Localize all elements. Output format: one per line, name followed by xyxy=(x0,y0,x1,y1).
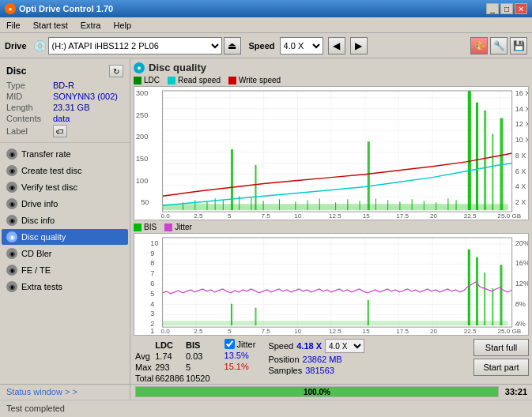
svg-text:200: 200 xyxy=(136,133,148,141)
speed-right-button[interactable]: ▶ xyxy=(350,37,368,54)
svg-text:1: 1 xyxy=(150,327,154,335)
svg-text:2.5: 2.5 xyxy=(194,328,203,335)
bis-legend-box xyxy=(134,224,141,231)
svg-rect-77 xyxy=(447,198,448,210)
sidebar-label-fe-te: FE / TE xyxy=(21,265,51,275)
speed-left-button[interactable]: ◀ xyxy=(328,37,345,54)
svg-rect-64 xyxy=(279,199,280,210)
menu-bar: File Start test Extra Help xyxy=(0,17,532,33)
sidebar-item-extra-tests[interactable]: ◉ Extra tests xyxy=(2,279,128,295)
disc-label-button[interactable]: 🏷 xyxy=(53,125,67,137)
svg-text:12%: 12% xyxy=(515,280,528,287)
svg-text:7.5: 7.5 xyxy=(262,328,271,335)
jitter-label: Jitter xyxy=(237,340,256,349)
color-button[interactable]: 🎨 xyxy=(470,37,488,54)
stats-max-label: Max xyxy=(135,363,153,372)
status-window-button[interactable]: Status window > > xyxy=(0,385,130,400)
disc-contents-value: data xyxy=(53,114,70,123)
svg-text:100: 100 xyxy=(136,177,148,185)
sidebar-item-fe-te[interactable]: ◉ FE / TE xyxy=(2,262,128,278)
svg-text:50: 50 xyxy=(141,198,149,206)
menu-file[interactable]: File xyxy=(3,20,24,31)
svg-text:10 X: 10 X xyxy=(515,136,528,144)
window-controls: _ □ ✕ xyxy=(486,3,527,14)
svg-rect-68 xyxy=(335,202,336,210)
svg-rect-72 xyxy=(387,200,388,210)
position-val: 23862 MB xyxy=(303,355,342,364)
test-button[interactable]: 🔧 xyxy=(490,37,507,54)
speed-select[interactable]: 4.0 X xyxy=(280,37,323,54)
speed-val: 4.18 X xyxy=(296,341,322,351)
svg-rect-49 xyxy=(255,165,256,210)
svg-text:12 X: 12 X xyxy=(515,121,528,129)
sidebar-label-drive-info: Drive info xyxy=(21,199,58,208)
start-part-button[interactable]: Start part xyxy=(474,359,529,376)
sidebar-item-transfer-rate[interactable]: ◉ Transfer rate xyxy=(2,146,128,162)
eject-button[interactable]: ⏏ xyxy=(224,37,241,54)
sidebar-item-verify-test-disc[interactable]: ◉ Verify test disc xyxy=(2,179,128,195)
bottom-chart-legend: BIS Jitter xyxy=(134,223,529,231)
save-button[interactable]: 💾 xyxy=(510,37,527,54)
sidebar-item-drive-info[interactable]: ◉ Drive info xyxy=(2,196,128,212)
speed-dropdown[interactable]: 4.0 X xyxy=(325,339,364,353)
jitter-checkbox[interactable] xyxy=(224,339,235,349)
menu-help[interactable]: Help xyxy=(110,20,134,31)
svg-text:0.0: 0.0 xyxy=(161,328,171,335)
minimize-button[interactable]: _ xyxy=(486,3,499,14)
svg-text:8 X: 8 X xyxy=(515,152,526,160)
stats-avg-label: Avg xyxy=(135,351,153,361)
menu-start-test[interactable]: Start test xyxy=(30,20,71,31)
jitter-max-val: 15.1% xyxy=(224,362,249,371)
svg-text:4 X: 4 X xyxy=(515,183,526,191)
toolbar: Drive 💿 (H:) ATAPI iHBS112 2 PL06 ⏏ Spee… xyxy=(0,33,532,58)
svg-text:6: 6 xyxy=(150,280,154,287)
drive-label: Drive xyxy=(5,41,27,51)
sidebar-item-disc-quality[interactable]: ◉ Disc quality xyxy=(2,229,128,245)
create-test-disc-icon: ◉ xyxy=(6,165,17,176)
svg-rect-115 xyxy=(163,321,508,325)
svg-text:5: 5 xyxy=(228,328,232,335)
svg-text:16 X: 16 X xyxy=(515,89,528,97)
extra-tests-icon: ◉ xyxy=(6,281,17,292)
svg-text:22.5: 22.5 xyxy=(464,212,477,220)
svg-rect-54 xyxy=(492,133,493,210)
jitter-checkbox-row[interactable]: Jitter xyxy=(224,339,256,349)
completed-bar: Test completed xyxy=(0,400,532,417)
svg-rect-52 xyxy=(476,103,478,210)
close-button[interactable]: ✕ xyxy=(515,3,527,14)
sidebar-label-cd-bler: CD Bler xyxy=(21,249,52,258)
progress-text: 100.0% xyxy=(136,387,498,396)
svg-rect-69 xyxy=(347,199,348,210)
main-content: ● Disc quality LDC Read speed Write spee… xyxy=(130,58,532,384)
sidebar-item-create-test-disc[interactable]: ◉ Create test disc xyxy=(2,163,128,178)
svg-text:10: 10 xyxy=(294,212,302,220)
speed-static-label: Speed xyxy=(268,341,293,351)
sidebar-item-disc-info[interactable]: ◉ Disc info xyxy=(2,212,128,228)
bottom-chart-svg: 10 9 8 7 6 5 4 3 2 1 20% 16% 12% 8% 4% xyxy=(134,234,528,335)
chart-title-icon: ● xyxy=(134,62,145,73)
svg-text:4%: 4% xyxy=(515,320,526,328)
svg-text:12.5: 12.5 xyxy=(329,212,341,220)
write-speed-legend-box xyxy=(228,77,236,85)
svg-rect-118 xyxy=(368,300,369,325)
disc-quality-icon: ◉ xyxy=(6,231,17,242)
svg-text:22.5: 22.5 xyxy=(464,328,477,335)
status-time: 33:21 xyxy=(505,387,527,396)
svg-text:15: 15 xyxy=(363,212,371,220)
sidebar-item-cd-bler[interactable]: ◉ CD Bler xyxy=(2,246,128,261)
svg-text:4: 4 xyxy=(150,300,154,308)
sidebar-label-disc-info: Disc info xyxy=(21,216,55,225)
menu-extra[interactable]: Extra xyxy=(77,20,104,31)
start-full-button[interactable]: Start full xyxy=(474,339,529,356)
maximize-button[interactable]: □ xyxy=(500,3,513,14)
disc-refresh-button[interactable]: ↻ xyxy=(109,65,123,77)
stats-bar: LDC BIS Avg 1.74 0.03 Max 293 5 Total 66… xyxy=(134,339,529,384)
drive-select[interactable]: (H:) ATAPI iHBS112 2 PL06 xyxy=(48,37,222,54)
svg-text:17.5: 17.5 xyxy=(396,328,409,335)
stats-total-ldc: 662886 xyxy=(155,374,184,383)
svg-rect-71 xyxy=(375,198,376,210)
svg-text:20: 20 xyxy=(430,328,438,335)
disc-label-label: Label xyxy=(6,126,50,136)
cd-bler-icon: ◉ xyxy=(6,248,17,259)
svg-text:7: 7 xyxy=(150,269,154,277)
